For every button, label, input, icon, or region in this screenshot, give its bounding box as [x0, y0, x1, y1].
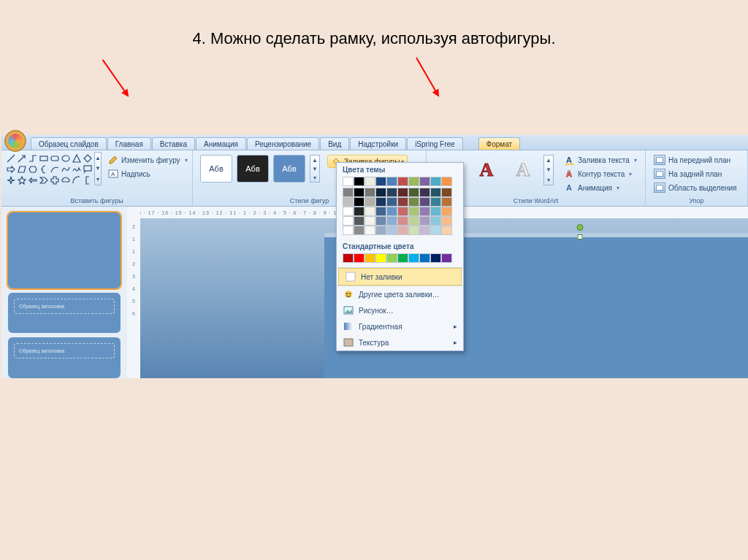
color-swatch[interactable]	[365, 207, 375, 216]
color-swatch[interactable]	[441, 207, 452, 216]
slide-thumb-1[interactable]	[8, 212, 121, 288]
color-swatch[interactable]	[397, 226, 408, 235]
color-swatch[interactable]	[343, 177, 354, 186]
color-swatch[interactable]	[430, 216, 441, 226]
color-swatch[interactable]	[419, 207, 430, 216]
color-swatch[interactable]	[386, 197, 397, 207]
shape-hexagon-icon[interactable]	[28, 164, 38, 174]
tab-home[interactable]: Главная	[107, 137, 151, 150]
color-swatch[interactable]	[408, 188, 419, 197]
color-swatch[interactable]	[441, 177, 452, 186]
color-swatch[interactable]	[375, 188, 386, 197]
tab-format[interactable]: Формат	[478, 137, 521, 150]
fill-gradient-item[interactable]: Градиентная ▸	[337, 318, 463, 334]
shape-roundrect-icon[interactable]	[50, 153, 60, 164]
color-swatch[interactable]	[354, 177, 365, 186]
shape-chevron-icon[interactable]	[39, 175, 49, 185]
text-outline-button[interactable]: AКонтур текста▾	[561, 167, 641, 180]
color-swatch[interactable]	[386, 207, 397, 216]
wordart-style-2[interactable]: А	[470, 155, 503, 185]
color-swatch[interactable]	[343, 188, 354, 197]
rotate-handle[interactable]	[577, 224, 584, 231]
color-swatch[interactable]	[408, 207, 419, 216]
color-swatch[interactable]	[397, 207, 408, 216]
color-swatch[interactable]	[375, 253, 386, 263]
shape-arc-icon[interactable]	[72, 175, 82, 185]
selection-pane-button[interactable]: Область выделения	[650, 181, 743, 194]
color-swatch[interactable]	[343, 197, 354, 207]
style-thumb-3[interactable]: Абв	[273, 155, 305, 183]
tab-insert[interactable]: Вставка	[152, 137, 195, 150]
shape-arrow2-icon[interactable]	[28, 175, 38, 185]
color-swatch[interactable]	[419, 253, 430, 263]
color-swatch[interactable]	[397, 197, 408, 207]
shapes-gallery[interactable]	[6, 152, 93, 185]
color-swatch[interactable]	[397, 188, 408, 197]
color-swatch[interactable]	[419, 177, 430, 186]
color-swatch[interactable]	[441, 188, 452, 197]
color-swatch[interactable]	[408, 177, 419, 186]
shape-arrow-icon[interactable]	[17, 153, 27, 164]
color-swatch[interactable]	[375, 197, 386, 207]
shape-brace-icon[interactable]	[39, 164, 49, 174]
color-swatch[interactable]	[419, 188, 430, 197]
color-swatch[interactable]	[430, 253, 441, 263]
fill-texture-item[interactable]: Текстура ▸	[337, 334, 463, 350]
tab-slide-master[interactable]: Образец слайдов	[31, 137, 107, 150]
shape-scribble-icon[interactable]	[72, 164, 82, 174]
color-swatch[interactable]	[343, 207, 354, 216]
tab-animation[interactable]: Анимация	[196, 137, 246, 150]
color-swatch[interactable]	[365, 197, 375, 207]
color-swatch[interactable]	[354, 188, 365, 197]
color-swatch[interactable]	[386, 226, 397, 235]
fill-picture-item[interactable]: Рисунок…	[337, 302, 463, 318]
shape-line-icon[interactable]	[6, 153, 16, 164]
color-swatch[interactable]	[365, 177, 375, 186]
shape-plus-icon[interactable]	[50, 175, 60, 185]
color-swatch[interactable]	[408, 197, 419, 207]
shape-connector-icon[interactable]	[28, 153, 38, 164]
color-swatch[interactable]	[408, 226, 419, 235]
shape-bracket-icon[interactable]	[83, 175, 93, 185]
color-swatch[interactable]	[365, 253, 375, 263]
shape-star5-icon[interactable]	[17, 175, 27, 185]
color-swatch[interactable]	[430, 207, 441, 216]
wordart-style-3[interactable]: А	[507, 155, 539, 185]
color-swatch[interactable]	[343, 253, 354, 263]
color-swatch[interactable]	[430, 197, 441, 207]
color-swatch[interactable]	[430, 188, 441, 197]
color-swatch[interactable]	[397, 253, 408, 263]
shape-diamond-icon[interactable]	[83, 153, 93, 164]
color-swatch[interactable]	[343, 216, 354, 226]
bring-front-button[interactable]: На передний план	[650, 153, 743, 166]
color-swatch[interactable]	[375, 177, 386, 186]
send-back-button[interactable]: На задний план	[650, 167, 743, 180]
color-swatch[interactable]	[375, 216, 386, 226]
color-swatch[interactable]	[365, 216, 375, 226]
color-swatch[interactable]	[354, 207, 365, 216]
color-swatch[interactable]	[386, 216, 397, 226]
slide-thumb-3[interactable]: Образец заголовка	[8, 337, 121, 378]
text-anim-button[interactable]: AАнимация▾	[561, 181, 641, 194]
color-swatch[interactable]	[441, 197, 452, 207]
color-swatch[interactable]	[441, 253, 452, 263]
style-thumb-1[interactable]: Абв	[200, 155, 232, 183]
color-swatch[interactable]	[375, 226, 386, 235]
color-swatch[interactable]	[354, 197, 365, 207]
shape-triangle-icon[interactable]	[72, 153, 82, 164]
color-swatch[interactable]	[365, 226, 375, 235]
shape-rightarrow-icon[interactable]	[6, 164, 16, 174]
textbox-button[interactable]: A Надпись	[104, 167, 191, 180]
color-swatch[interactable]	[354, 216, 365, 226]
shape-curve-icon[interactable]	[50, 164, 60, 174]
tab-view[interactable]: Вид	[320, 137, 349, 150]
color-swatch[interactable]	[419, 226, 430, 235]
style-gallery-more[interactable]: ▲▼▾	[310, 155, 320, 183]
color-swatch[interactable]	[408, 253, 419, 263]
shape-cloud-icon[interactable]	[61, 175, 71, 185]
slide-thumb-2[interactable]: Образец заголовка	[8, 293, 121, 334]
wordart-gallery-more[interactable]: ▲▼▾	[543, 155, 554, 185]
color-swatch[interactable]	[343, 226, 354, 235]
color-swatch[interactable]	[386, 188, 397, 197]
text-fill-button[interactable]: AЗаливка текста▾	[561, 153, 641, 166]
